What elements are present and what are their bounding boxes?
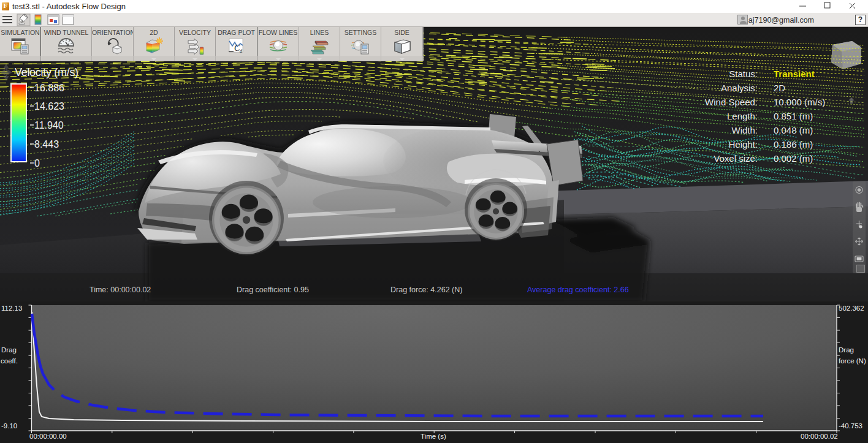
- svg-text:FRONT: FRONT: [845, 57, 862, 62]
